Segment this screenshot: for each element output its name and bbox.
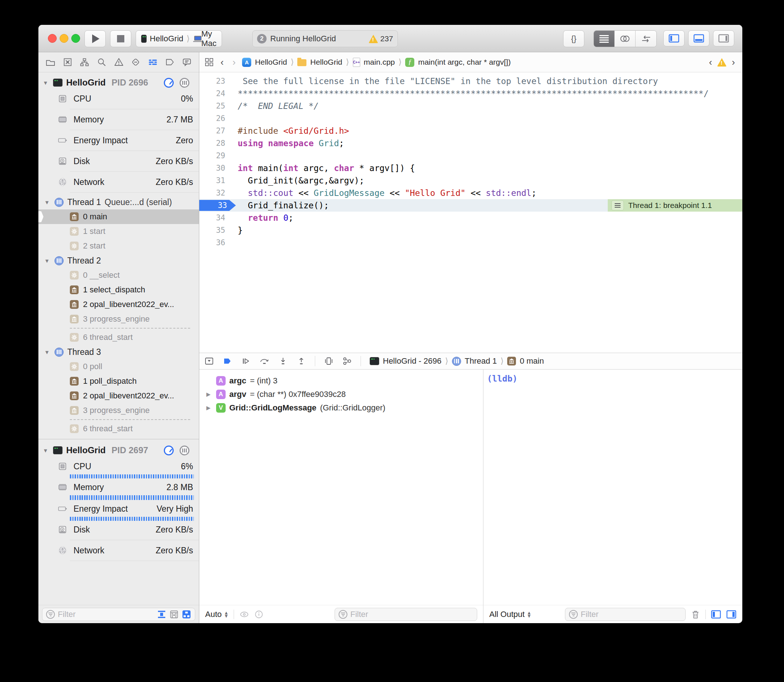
code-line[interactable]: 26	[199, 112, 742, 124]
debug-view-hierarchy-icon[interactable]	[324, 356, 334, 366]
breadcrumb-item[interactable]: main(int argc, char * argv[])	[418, 58, 511, 67]
code-line[interactable]: 30int main(int argc, char * argv[]) {	[199, 162, 742, 174]
disclosure-triangle-icon[interactable]: ▼	[44, 349, 51, 355]
breakpoint-menu-icon[interactable]	[612, 200, 624, 210]
code-line[interactable]: 34 return 0;	[199, 212, 742, 224]
code-line[interactable]: 32 std::cout << GridLogMessage << "Hello…	[199, 187, 742, 199]
console-output[interactable]: (lldb)	[484, 370, 742, 605]
breadcrumb-item[interactable]: HelloGrid	[255, 58, 287, 67]
threads-gauge-icon[interactable]	[180, 446, 189, 456]
assistant-editor-button[interactable]	[615, 31, 636, 47]
quicklook-eye-icon[interactable]	[239, 610, 249, 618]
process-stat-row[interactable]: CPU0%	[38, 91, 199, 107]
zoom-window-button[interactable]	[71, 34, 80, 43]
stack-frame-row[interactable]: 0 __select	[38, 268, 199, 282]
process-header[interactable]: ▼HelloGridPID 2697	[38, 442, 199, 458]
debug-thread-label[interactable]: Thread 1	[465, 356, 497, 366]
breakpoint-annotation[interactable]: Thread 1: breakpoint 1.1	[608, 199, 742, 212]
version-editor-button[interactable]	[636, 31, 656, 47]
disclosure-triangle-icon[interactable]: ▶	[204, 391, 212, 398]
stack-frame-row[interactable]: 1 poll_dispatch	[38, 374, 199, 389]
process-stat-row[interactable]: Energy ImpactVery High	[38, 501, 199, 517]
code-snippets-button[interactable]: {}	[563, 30, 584, 47]
minimize-window-button[interactable]	[60, 34, 69, 43]
source-control-navigator-icon[interactable]	[61, 56, 74, 69]
next-issue-button[interactable]: ›	[730, 57, 737, 68]
code-line[interactable]: 27#include <Grid/Grid.h>	[199, 124, 742, 137]
performance-gauge-icon[interactable]	[164, 78, 174, 88]
navigator-filter-field[interactable]	[42, 608, 195, 621]
continue-icon[interactable]	[241, 356, 251, 366]
clear-console-trash-icon[interactable]	[691, 609, 700, 620]
thread-row[interactable]: ▼Thread 1Queue:...d (serial)	[38, 195, 199, 209]
process-stat-row[interactable]: NetworkZero KB/s	[38, 542, 199, 558]
view-by-thread-icon[interactable]	[182, 610, 191, 619]
process-stat-row[interactable]: Memory2.8 MB	[38, 479, 199, 495]
scheme-selector[interactable]: HelloGrid ⟩ My Mac	[136, 30, 222, 47]
variables-scope-selector[interactable]: Auto▲▼	[205, 610, 228, 619]
view-by-queue-icon[interactable]	[169, 610, 179, 619]
thread-row[interactable]: ▼Thread 3	[38, 345, 199, 359]
process-stat-row[interactable]: Energy ImpactZero	[38, 132, 199, 148]
show-console-view-icon[interactable]	[726, 610, 736, 619]
step-into-icon[interactable]	[278, 356, 288, 366]
disclosure-triangle-icon[interactable]: ▼	[44, 199, 51, 206]
stack-frame-row[interactable]: 1 start	[38, 224, 199, 239]
toggle-navigator-button[interactable]	[663, 30, 685, 46]
code-line[interactable]: 36	[199, 236, 742, 249]
project-navigator-icon[interactable]	[44, 56, 57, 69]
process-stat-row[interactable]: Memory2.7 MB	[38, 112, 199, 127]
console-filter-input[interactable]	[581, 610, 682, 619]
variables-filter-input[interactable]	[350, 610, 473, 619]
variables-filter-field[interactable]	[335, 608, 477, 621]
symbol-navigator-icon[interactable]	[78, 56, 91, 69]
toggle-inspector-button[interactable]	[713, 30, 734, 46]
show-variables-view-icon[interactable]	[711, 610, 721, 619]
breakpoint-marker[interactable]: 33	[199, 200, 236, 211]
threads-gauge-icon[interactable]	[180, 78, 189, 88]
test-navigator-icon[interactable]	[129, 56, 142, 69]
breadcrumb-item[interactable]: main.cpp	[364, 58, 395, 67]
code-line[interactable]: 24**************************************…	[199, 88, 742, 100]
stack-frame-row[interactable]: 2 start	[38, 239, 199, 253]
issue-navigator-icon[interactable]	[113, 56, 125, 69]
performance-gauge-icon[interactable]	[164, 446, 174, 456]
debug-navigator-icon[interactable]	[147, 56, 159, 69]
process-stat-row[interactable]: NetworkZero KB/s	[38, 174, 199, 190]
variable-row[interactable]: Aargc = (int) 3	[199, 374, 483, 387]
code-line[interactable]: 28using namespace Grid;	[199, 137, 742, 150]
stop-button[interactable]	[110, 30, 131, 47]
debug-frame-label[interactable]: 0 main	[520, 356, 544, 366]
flatten-recursion-icon[interactable]	[157, 610, 166, 619]
info-icon[interactable]	[254, 610, 263, 619]
stack-frame-row[interactable]: 2 opal_libevent2022_ev...	[38, 297, 199, 312]
stack-frame-row[interactable]: 3 progress_engine	[38, 403, 199, 418]
process-stat-row[interactable]: DiskZero KB/s	[38, 153, 199, 169]
toggle-debug-area-button[interactable]	[688, 30, 709, 46]
close-window-button[interactable]	[48, 34, 57, 43]
code-line[interactable]: 31 Grid_init(&argc,&argv);	[199, 174, 742, 187]
stack-frame-row[interactable]: 3 progress_engine	[38, 312, 199, 327]
activity-status[interactable]: 2 Running HelloGrid 237	[252, 30, 398, 47]
step-over-icon[interactable]	[259, 356, 270, 366]
step-out-icon[interactable]	[297, 356, 306, 366]
related-items-icon[interactable]	[204, 57, 214, 67]
debug-process-label[interactable]: HelloGrid - 2696	[383, 356, 441, 366]
stack-frame-row[interactable]: 6 thread_start	[38, 330, 199, 345]
breakpoints-enabled-icon[interactable]	[223, 356, 232, 366]
stack-frame-row[interactable]: 6 thread_start	[38, 421, 199, 436]
console-filter-field[interactable]	[565, 608, 686, 621]
code-line[interactable]: 23 See the full license in the file "LIC…	[199, 75, 742, 88]
thread-row[interactable]: ▼Thread 2	[38, 253, 199, 268]
disclosure-triangle-icon[interactable]: ▼	[43, 80, 49, 86]
disclosure-triangle-icon[interactable]: ▼	[44, 258, 51, 264]
debug-memory-graph-icon[interactable]	[342, 356, 352, 366]
hide-debug-area-icon[interactable]	[204, 356, 214, 366]
disclosure-triangle-icon[interactable]: ▶	[204, 405, 212, 411]
stack-frame-row[interactable]: 0 main	[38, 209, 199, 224]
code-line[interactable]: 29	[199, 150, 742, 162]
go-back-button[interactable]: ‹	[218, 57, 226, 68]
disclosure-triangle-icon[interactable]: ▼	[43, 447, 49, 454]
navigator-filter-input[interactable]	[58, 610, 152, 619]
source-editor[interactable]: 23 See the full license in the file "LIC…	[199, 72, 742, 353]
